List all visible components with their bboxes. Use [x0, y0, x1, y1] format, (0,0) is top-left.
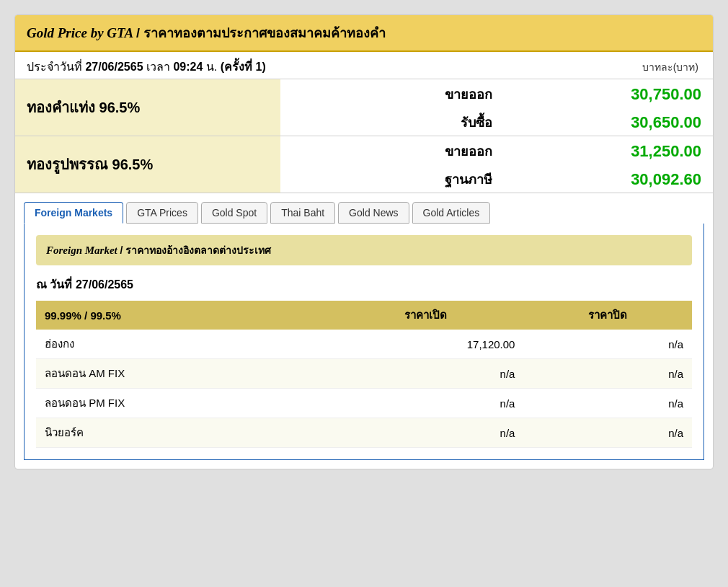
tab-foreign-markets[interactable]: Foreign Markets [24, 202, 123, 224]
market-open: n/a [328, 389, 524, 418]
foreign-market-header-en: Foreign Market [46, 244, 117, 256]
header-title: Gold Price by GTA / ราคาทองตามประกาศของส… [27, 25, 386, 40]
header-title-th: / ราคาทองตามประกาศของสมาคมค้าทองคำ [136, 26, 386, 40]
col-purity: 99.99% / 99.5% [36, 301, 328, 330]
content-panel: Foreign Market / ราคาทองอ้างอิงตลาดต่างป… [24, 224, 704, 460]
gold-price-header: Gold Price by GTA / ราคาทองตามประกาศของส… [15, 15, 713, 52]
baht-label: บาทละ(บาท) [504, 52, 713, 79]
market-close: n/a [523, 418, 692, 448]
round-value: (ครั้งที่ 1) [221, 61, 266, 73]
tab-gold-spot[interactable]: Gold Spot [201, 202, 267, 224]
as-of-date: ณ วันที่ 27/06/2565 [36, 275, 692, 294]
tab-thai-baht[interactable]: Thai Baht [270, 202, 335, 224]
price-table: ประจำวันที่ 27/06/2565 เวลา 09:24 น. (คร… [15, 52, 713, 193]
gold-ornament-name: ทองรูปพรรณ 96.5% [15, 136, 280, 193]
time-unit: น. [206, 61, 217, 73]
market-row: นิวยอร์คn/an/a [36, 418, 692, 448]
market-close: n/a [523, 359, 692, 389]
header-title-en: Gold Price by GTA [27, 25, 133, 40]
date-row: ประจำวันที่ 27/06/2565 เวลา 09:24 น. (คร… [15, 52, 713, 79]
market-close: n/a [523, 389, 692, 418]
gold-ornament-tax-label: ฐานภาษี [280, 166, 504, 193]
market-row: ฮ่องกง17,120.00n/a [36, 330, 692, 359]
gold-ornament-sell-label: ขายออก [280, 136, 504, 167]
tab-gta-prices[interactable]: GTA Prices [126, 202, 198, 224]
gold-ornament-sell-row: ทองรูปพรรณ 96.5% ขายออก 31,250.00 [15, 136, 713, 167]
gold-bar-sell-label: ขายออก [280, 79, 504, 110]
gold-ornament-sell-price: 31,250.00 [504, 136, 713, 167]
market-name: ลอนดอน PM FIX [36, 389, 328, 418]
tabs-section: Foreign Markets GTA Prices Gold Spot Tha… [15, 193, 713, 460]
market-name: ฮ่องกง [36, 330, 328, 359]
foreign-market-header-th: / ราคาทองอ้างอิงตลาดต่างประเทศ [120, 244, 272, 256]
gold-ornament-tax-price: 30,092.60 [504, 166, 713, 193]
date-info: ประจำวันที่ 27/06/2565 เวลา 09:24 น. (คร… [15, 52, 504, 79]
market-row: ลอนดอน AM FIXn/an/a [36, 359, 692, 389]
date-label: ประจำวันที่ [27, 61, 82, 73]
gold-bar-name: ทองคำแท่ง 96.5% [15, 79, 280, 136]
market-table-body: ฮ่องกง17,120.00n/aลอนดอน AM FIXn/an/aลอน… [36, 330, 692, 448]
col-open: ราคาเปิด [328, 301, 524, 330]
col-close: ราคาปิด [523, 301, 692, 330]
gold-bar-sell-price: 30,750.00 [504, 79, 713, 110]
market-open: n/a [328, 359, 524, 389]
foreign-market-header: Foreign Market / ราคาทองอ้างอิงตลาดต่างป… [36, 235, 692, 265]
gold-price-section: ประจำวันที่ 27/06/2565 เวลา 09:24 น. (คร… [15, 52, 713, 193]
market-row: ลอนดอน PM FIXn/an/a [36, 389, 692, 418]
market-name: ลอนดอน AM FIX [36, 359, 328, 389]
tab-gold-news[interactable]: Gold News [338, 202, 409, 224]
date-value: 27/06/2565 [85, 61, 143, 73]
gold-bar-buy-price: 30,650.00 [504, 109, 713, 136]
market-name: นิวยอร์ค [36, 418, 328, 448]
time-value: 09:24 [173, 61, 203, 73]
tabs-bar: Foreign Markets GTA Prices Gold Spot Tha… [24, 202, 704, 224]
gold-bar-sell-row: ทองคำแท่ง 96.5% ขายออก 30,750.00 [15, 79, 713, 110]
market-open: 17,120.00 [328, 330, 524, 359]
time-label: เวลา [146, 61, 170, 73]
market-table: 99.99% / 99.5% ราคาเปิด ราคาปิด ฮ่องกง17… [36, 301, 692, 448]
market-open: n/a [328, 418, 524, 448]
market-close: n/a [523, 330, 692, 359]
market-table-header-row: 99.99% / 99.5% ราคาเปิด ราคาปิด [36, 301, 692, 330]
tab-gold-articles[interactable]: Gold Articles [412, 202, 491, 224]
main-container: Gold Price by GTA / ราคาทองตามประกาศของส… [14, 14, 714, 469]
gold-bar-buy-label: รับซื้อ [280, 109, 504, 136]
